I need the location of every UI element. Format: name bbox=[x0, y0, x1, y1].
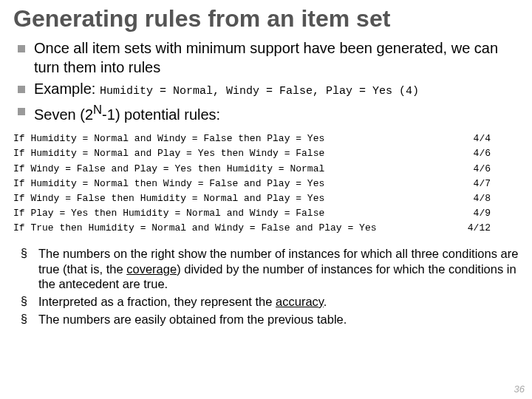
rule-text: If Humidity = Normal and Windy = False t… bbox=[13, 132, 324, 146]
rule-row: If Windy = False then Humidity = Normal … bbox=[13, 191, 519, 206]
rule-text: If Humidity = Normal then Windy = False … bbox=[13, 177, 324, 191]
notes-list: The numbers on the right show the number… bbox=[13, 246, 519, 327]
count-sup: N bbox=[93, 103, 102, 117]
rule-text: If True then Humidity = Normal and Windy… bbox=[13, 221, 376, 236]
rule-text: If Play = Yes then Humidity = Normal and… bbox=[13, 206, 324, 221]
count-post: -1) potential rules: bbox=[102, 106, 220, 123]
rule-row: If Humidity = Normal and Play = Yes then… bbox=[13, 146, 519, 161]
bullet-example: Example: Humidity = Normal, Windy = Fals… bbox=[13, 80, 519, 99]
note-text: Interpreted as a fraction, they represen… bbox=[38, 295, 276, 308]
note-text: . bbox=[324, 295, 327, 308]
bullet-count: Seven (2N-1) potential rules: bbox=[13, 102, 519, 124]
keyword-coverage: coverage bbox=[126, 262, 177, 276]
note-table: The numbers are easily obtained from the… bbox=[13, 312, 519, 327]
count-pre: Seven (2 bbox=[34, 106, 93, 123]
rule-row: If Humidity = Normal and Windy = False t… bbox=[13, 132, 519, 146]
note-accuracy: Interpreted as a fraction, they represen… bbox=[13, 294, 519, 310]
example-itemset: Humidity = Normal, Windy = False, Play =… bbox=[100, 85, 419, 98]
rule-ratio: 4/6 bbox=[474, 162, 491, 177]
rule-row: If Play = Yes then Humidity = Normal and… bbox=[13, 206, 519, 221]
example-label: Example: bbox=[34, 81, 95, 97]
rule-ratio: 4/4 bbox=[474, 132, 491, 146]
main-bullets: Once all item sets with minimum support … bbox=[13, 39, 519, 124]
rule-text: If Windy = False then Humidity = Normal … bbox=[13, 191, 324, 206]
rule-ratio: 4/9 bbox=[474, 206, 491, 221]
note-coverage: The numbers on the right show the number… bbox=[13, 246, 519, 292]
slide-title: Generating rules from an item set bbox=[13, 6, 519, 32]
rule-row: If Windy = False and Play = Yes then Hum… bbox=[13, 162, 519, 177]
rule-ratio: 4/7 bbox=[474, 177, 491, 191]
rule-row: If True then Humidity = Normal and Windy… bbox=[13, 221, 519, 236]
rule-text: If Humidity = Normal and Play = Yes then… bbox=[13, 146, 324, 161]
page-number: 36 bbox=[514, 383, 525, 395]
keyword-accuracy: accuracy bbox=[276, 295, 324, 308]
rule-ratio: 4/12 bbox=[468, 221, 491, 236]
rule-row: If Humidity = Normal then Windy = False … bbox=[13, 177, 519, 191]
bullet-intro: Once all item sets with minimum support … bbox=[13, 39, 519, 77]
rules-block: If Humidity = Normal and Windy = False t… bbox=[13, 132, 519, 236]
rule-text: If Windy = False and Play = Yes then Hum… bbox=[13, 162, 324, 177]
rule-ratio: 4/8 bbox=[474, 191, 491, 206]
rule-ratio: 4/6 bbox=[474, 146, 491, 161]
